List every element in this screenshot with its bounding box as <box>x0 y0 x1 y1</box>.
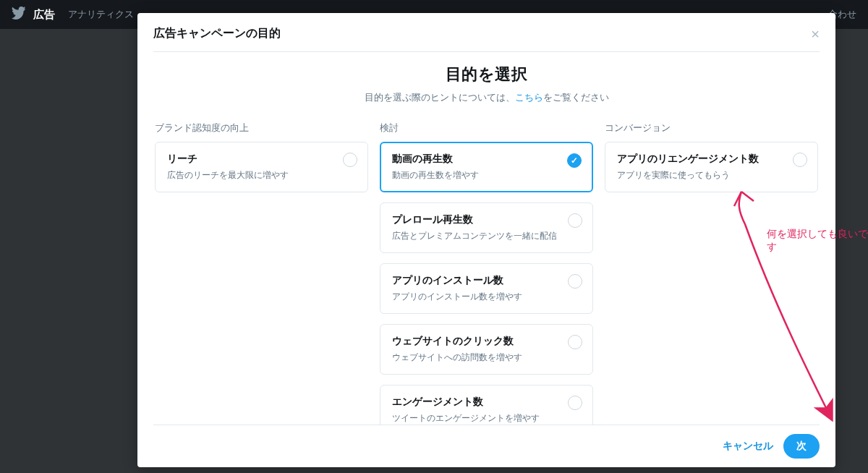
card-video-desc: 動画の再生数を増やす <box>392 169 581 182</box>
card-preroll[interactable]: プレロール再生数 広告とプレミアムコンテンツを一緒に配信 <box>380 203 593 253</box>
col-awareness-label: ブランド認知度の向上 <box>155 122 368 135</box>
col-awareness: ブランド認知度の向上 リーチ 広告のリーチを最大限に増やす <box>155 122 368 425</box>
radio-checked-icon <box>567 153 582 168</box>
close-icon[interactable]: × <box>811 27 820 41</box>
card-preroll-desc: 広告とプレミアムコンテンツを一緒に配信 <box>392 230 581 242</box>
modal-body: 目的を選択 目的を選ぶ際のヒントについては、こちらをご覧ください ブランド認知度… <box>153 52 820 425</box>
col-conversion-label: コンバージョン <box>605 122 818 135</box>
card-reach[interactable]: リーチ 広告のリーチを最大限に増やす <box>155 142 368 192</box>
objective-modal: 広告キャンペーンの目的 × 目的を選択 目的を選ぶ際のヒントについては、こちらを… <box>137 13 835 467</box>
card-engagement-desc: ツイートのエンゲージメントを増やす <box>392 412 581 425</box>
topbar-analytics-link[interactable]: アナリティクス <box>68 8 134 21</box>
radio-icon <box>568 335 582 349</box>
card-reach-title: リーチ <box>167 153 356 166</box>
hint-suffix: をご覧ください <box>543 92 609 103</box>
radio-icon <box>568 213 582 228</box>
hint-link[interactable]: こちら <box>515 92 543 103</box>
radio-icon <box>568 274 582 289</box>
card-reach-desc: 広告のリーチを最大限に増やす <box>167 169 356 182</box>
col-consideration: 検討 動画の再生数 動画の再生数を増やす プレロール再生数 広告とプレミアムコン… <box>380 122 593 425</box>
page-heading: 目的を選択 <box>446 64 528 85</box>
cancel-button[interactable]: キャンセル <box>723 440 773 453</box>
card-appinstall-title: アプリのインストール数 <box>392 274 581 287</box>
hint-text: 目的を選ぶ際のヒントについては、こちらをご覧ください <box>365 91 609 104</box>
modal-header: 広告キャンペーンの目的 × <box>153 26 820 52</box>
card-website-clicks[interactable]: ウェブサイトのクリック数 ウェブサイトへの訪問数を増やす <box>380 324 593 375</box>
card-video-views[interactable]: 動画の再生数 動画の再生数を増やす <box>380 142 593 192</box>
twitter-bird-icon <box>12 7 26 23</box>
card-appinstall-desc: アプリのインストール数を増やす <box>392 291 581 303</box>
radio-icon <box>793 153 807 167</box>
card-video-title: 動画の再生数 <box>392 153 581 166</box>
card-preroll-title: プレロール再生数 <box>392 213 581 226</box>
card-app-reengagement[interactable]: アプリのリエンゲージメント数 アプリを実際に使ってもらう <box>605 142 818 192</box>
next-button[interactable]: 次 <box>783 434 820 459</box>
modal-footer: キャンセル 次 <box>153 425 820 467</box>
card-appreengage-title: アプリのリエンゲージメント数 <box>617 153 806 166</box>
card-website-desc: ウェブサイトへの訪問数を増やす <box>392 351 581 364</box>
objective-columns: ブランド認知度の向上 リーチ 広告のリーチを最大限に増やす 検討 動画の再生数 … <box>153 122 820 425</box>
col-consideration-label: 検討 <box>380 122 593 135</box>
radio-icon <box>343 153 357 167</box>
card-website-title: ウェブサイトのクリック数 <box>392 335 581 348</box>
radio-icon <box>568 396 582 410</box>
card-engagements[interactable]: エンゲージメント数 ツイートのエンゲージメントを増やす <box>380 385 593 425</box>
card-engagement-title: エンゲージメント数 <box>392 396 581 409</box>
col-conversion: コンバージョン アプリのリエンゲージメント数 アプリを実際に使ってもらう <box>605 122 818 425</box>
topbar-brand: 広告 <box>33 8 55 22</box>
modal-title: 広告キャンペーンの目的 <box>153 26 281 41</box>
card-appreengage-desc: アプリを実際に使ってもらう <box>617 169 806 182</box>
hint-prefix: 目的を選ぶ際のヒントについては、 <box>365 92 515 103</box>
card-app-install[interactable]: アプリのインストール数 アプリのインストール数を増やす <box>380 263 593 314</box>
